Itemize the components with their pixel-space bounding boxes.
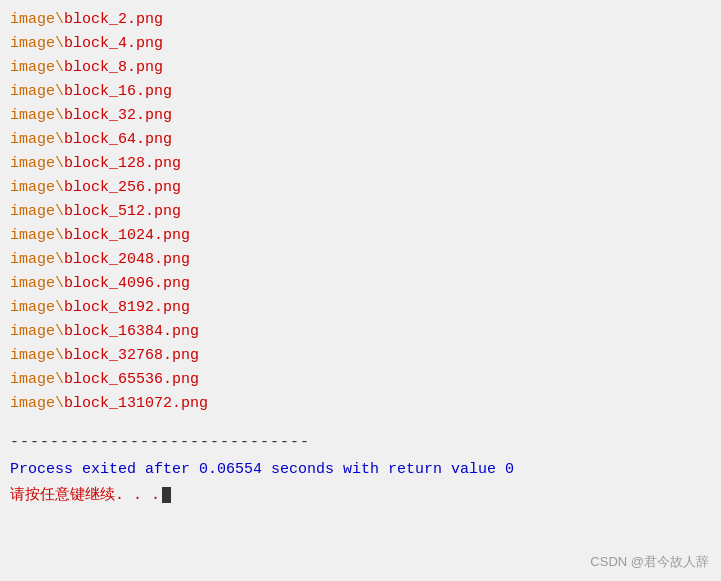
path-prefix: image\ — [10, 347, 64, 364]
filename: block_8192.png — [64, 299, 190, 316]
filename: block_1024.png — [64, 227, 190, 244]
filename: block_2048.png — [64, 251, 190, 268]
path-prefix: image\ — [10, 323, 64, 340]
path-prefix: image\ — [10, 179, 64, 196]
file-item: image\block_256.png — [10, 176, 711, 200]
file-item: image\block_16384.png — [10, 320, 711, 344]
process-exit-line: Process exited after 0.06554 seconds wit… — [10, 457, 711, 483]
file-item: image\block_2048.png — [10, 248, 711, 272]
file-item: image\block_131072.png — [10, 392, 711, 416]
filename: block_65536.png — [64, 371, 199, 388]
continue-prompt: 请按任意键继续. . . — [10, 483, 711, 509]
file-item: image\block_512.png — [10, 200, 711, 224]
path-prefix: image\ — [10, 251, 64, 268]
file-item: image\block_1024.png — [10, 224, 711, 248]
file-item: image\block_4096.png — [10, 272, 711, 296]
file-item: image\block_16.png — [10, 80, 711, 104]
watermark: CSDN @君今故人辞 — [590, 553, 709, 571]
filename: block_128.png — [64, 155, 181, 172]
path-prefix: image\ — [10, 371, 64, 388]
filename: block_4096.png — [64, 275, 190, 292]
path-prefix: image\ — [10, 395, 64, 412]
separator-line: ------------------------------ — [10, 434, 711, 451]
filename: block_8.png — [64, 59, 163, 76]
filename: block_512.png — [64, 203, 181, 220]
cursor — [162, 487, 171, 503]
path-prefix: image\ — [10, 131, 64, 148]
path-prefix: image\ — [10, 11, 64, 28]
filename: block_32.png — [64, 107, 172, 124]
file-item: image\block_128.png — [10, 152, 711, 176]
filename: block_16.png — [64, 83, 172, 100]
file-list: image\block_2.pngimage\block_4.pngimage\… — [10, 8, 711, 416]
path-prefix: image\ — [10, 203, 64, 220]
path-prefix: image\ — [10, 59, 64, 76]
path-prefix: image\ — [10, 83, 64, 100]
file-item: image\block_32768.png — [10, 344, 711, 368]
continue-text: 请按任意键继续. . . — [10, 483, 160, 509]
filename: block_64.png — [64, 131, 172, 148]
path-prefix: image\ — [10, 275, 64, 292]
filename: block_32768.png — [64, 347, 199, 364]
file-item: image\block_2.png — [10, 8, 711, 32]
path-prefix: image\ — [10, 107, 64, 124]
file-item: image\block_64.png — [10, 128, 711, 152]
file-item: image\block_32.png — [10, 104, 711, 128]
file-item: image\block_65536.png — [10, 368, 711, 392]
path-prefix: image\ — [10, 35, 64, 52]
filename: block_4.png — [64, 35, 163, 52]
filename: block_256.png — [64, 179, 181, 196]
filename: block_2.png — [64, 11, 163, 28]
path-prefix: image\ — [10, 299, 64, 316]
file-item: image\block_8.png — [10, 56, 711, 80]
terminal-window: image\block_2.pngimage\block_4.pngimage\… — [0, 0, 721, 581]
file-item: image\block_4.png — [10, 32, 711, 56]
path-prefix: image\ — [10, 227, 64, 244]
filename: block_131072.png — [64, 395, 208, 412]
file-item: image\block_8192.png — [10, 296, 711, 320]
filename: block_16384.png — [64, 323, 199, 340]
path-prefix: image\ — [10, 155, 64, 172]
